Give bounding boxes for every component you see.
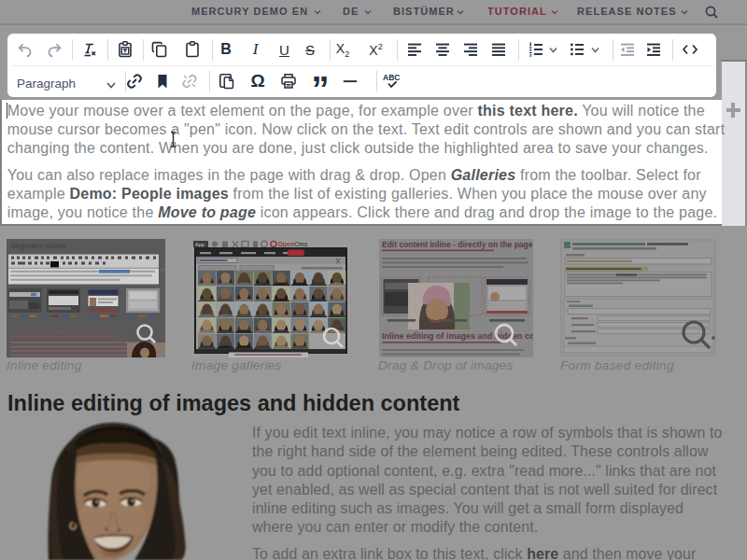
svg-text:Inline editing of images and h: Inline editing of images and hidden cont… bbox=[10, 327, 117, 335]
svg-text:ABC: ABC bbox=[383, 73, 400, 82]
svg-text:Beginners tutorial: Beginners tutorial bbox=[11, 242, 66, 250]
svg-text:App: App bbox=[195, 242, 204, 247]
svg-text:Edit content inline - directly: Edit content inline - directly on the pa… bbox=[382, 240, 533, 249]
svg-text:OpenCms: OpenCms bbox=[278, 241, 308, 248]
